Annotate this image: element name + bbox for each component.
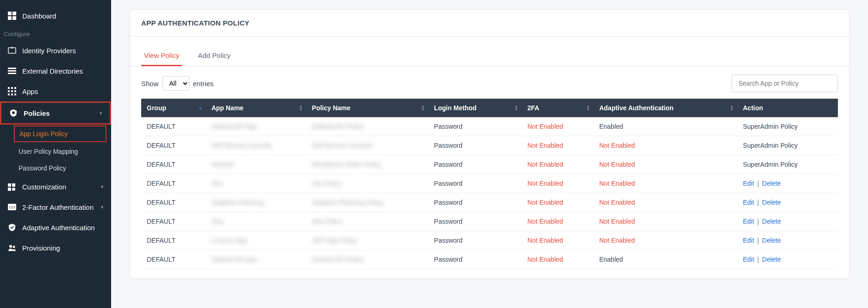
col-policy-name[interactable]: Policy Name ▲▼ (306, 99, 429, 117)
cell-login-method: Password (429, 174, 522, 193)
cell-group: DEFAULT (141, 174, 206, 193)
sidebar-subitem-password-policy[interactable]: Password Policy (0, 160, 111, 176)
sidebar-item-label: Policies (24, 109, 50, 117)
col-group[interactable]: Group ▲ (141, 99, 206, 117)
cell-adaptive: Enabled (593, 117, 737, 136)
cell-2fa: Not Enabled (522, 174, 593, 193)
sidebar-item-label: Provisioning (22, 244, 60, 252)
cell-action: SuperAdmin Policy (737, 155, 838, 174)
users-icon (7, 243, 17, 252)
shield-check-icon (7, 223, 17, 232)
table-row: DEFAULTIntranetWordpress SAML PolicyPass… (141, 155, 838, 174)
cell-action: Edit | Delete (737, 231, 838, 250)
cell-2fa: Not Enabled (522, 231, 593, 250)
cell-policy-name: Adaptive Planning Policy (306, 193, 429, 212)
cell-login-method: Password (429, 117, 522, 136)
cell-adaptive: Not Enabled (593, 231, 737, 250)
sidebar-subitem-user-policy-mapping[interactable]: User Policy Mapping (0, 143, 111, 160)
cell-action: Edit | Delete (737, 212, 838, 231)
cell-action: SuperAdmin Policy (737, 136, 838, 155)
cell-adaptive: Not Enabled (593, 155, 737, 174)
tab-view-policy[interactable]: View Policy (141, 48, 182, 66)
sidebar-item-identity-providers[interactable]: Identity Providers (0, 40, 111, 61)
cell-app-name: Self Service Console (206, 136, 306, 155)
sidebar-item-label: 2-Factor Authentication (22, 203, 94, 211)
show-label: Show (141, 80, 159, 88)
cell-app-name: Adaptive Planning (206, 193, 306, 212)
cell-login-method: Password (429, 212, 522, 231)
cell-adaptive: Enabled (593, 250, 737, 269)
tab-add-policy[interactable]: Add Policy (195, 48, 233, 66)
cell-action: SuperAdmin Policy (737, 117, 838, 136)
cell-login-method: Password (429, 193, 522, 212)
cell-policy-name: Jira Policy (306, 174, 429, 193)
cell-group: DEFAULT (141, 117, 206, 136)
delete-link[interactable]: Delete (762, 218, 781, 225)
main-content: APP AUTHENTICATION POLICY View Policy Ad… (111, 0, 868, 308)
col-login-method[interactable]: Login Method ▲▼ (429, 99, 522, 117)
col-app-name[interactable]: App Name ▲▼ (206, 99, 306, 117)
delete-link[interactable]: Delete (762, 237, 781, 244)
sidebar-item-apps[interactable]: Apps (0, 81, 111, 101)
svg-rect-2 (8, 16, 12, 20)
cell-login-method: Password (429, 250, 522, 269)
cell-policy-name: Default API Policy (306, 117, 429, 136)
sidebar-item-label: External Directories (22, 67, 83, 75)
chevron-down-icon: ▾ (101, 204, 104, 210)
sort-icon: ▲▼ (299, 105, 303, 111)
cell-adaptive: Not Enabled (593, 212, 737, 231)
cell-app-name: Default API App (206, 117, 306, 136)
col-action: Action (737, 99, 838, 117)
sort-icon: ▲▼ (587, 105, 590, 111)
cell-policy-name: Aha Policy (306, 212, 429, 231)
svg-point-26 (13, 246, 15, 248)
table-row: DEFAULTAdaptive PlanningAdaptive Plannin… (141, 193, 838, 212)
svg-rect-12 (8, 90, 10, 92)
sidebar-item-2fa[interactable]: 123 2-Factor Authentication ▾ (0, 197, 111, 217)
sidebar-item-label: Adaptive Authentication (22, 224, 95, 232)
sidebar-subitem-app-login-policy[interactable]: App Login Policy (14, 126, 106, 142)
svg-rect-9 (8, 87, 10, 89)
svg-rect-7 (8, 70, 16, 72)
svg-rect-21 (8, 188, 11, 191)
sidebar-subitem-label: App Login Policy (19, 130, 68, 138)
shield-icon (9, 108, 18, 118)
delete-link[interactable]: Delete (762, 199, 781, 206)
search-input[interactable] (731, 75, 838, 92)
col-2fa[interactable]: 2FA ▲▼ (522, 99, 593, 117)
apps-grid-icon (7, 87, 17, 96)
cell-group: DEFAULT (141, 155, 206, 174)
delete-link[interactable]: Delete (762, 256, 781, 263)
chevron-down-icon: ▾ (100, 110, 102, 116)
sort-icon: ▲▼ (421, 105, 425, 111)
sidebar-item-policies[interactable]: Policies ▾ (0, 101, 111, 125)
show-entries: Show All entries (141, 76, 214, 91)
svg-text:123: 123 (9, 205, 15, 209)
edit-link[interactable]: Edit (743, 199, 754, 206)
puzzle-icon (7, 182, 17, 191)
svg-rect-10 (11, 87, 13, 89)
sidebar-item-external-directories[interactable]: External Directories (0, 61, 111, 81)
svg-rect-19 (8, 183, 11, 187)
search-box (731, 75, 838, 92)
edit-link[interactable]: Edit (743, 256, 754, 263)
cell-group: DEFAULT (141, 250, 206, 269)
sidebar-item-provisioning[interactable]: Provisioning (0, 238, 111, 258)
cell-policy-name: Self Service Console (306, 136, 429, 155)
svg-rect-0 (8, 12, 12, 15)
svg-rect-6 (8, 68, 16, 69)
table-row: DEFAULTAhaAha PolicyPasswordNot EnabledN… (141, 212, 838, 231)
col-adaptive[interactable]: Adaptive Authentication ▲▼ (593, 99, 737, 117)
sidebar-section-configure: Configure (0, 26, 111, 40)
svg-rect-5 (12, 47, 12, 49)
edit-link[interactable]: Edit (743, 218, 754, 225)
sidebar-item-customization[interactable]: Customization ▾ (0, 176, 111, 197)
sidebar-item-dashboard[interactable]: Dashboard (0, 6, 111, 26)
edit-link[interactable]: Edit (743, 237, 754, 244)
sidebar-item-adaptive-auth[interactable]: Adaptive Authentication (0, 217, 111, 238)
cell-app-name: Default API App (206, 250, 306, 269)
edit-link[interactable]: Edit (743, 180, 754, 187)
delete-link[interactable]: Delete (762, 180, 781, 187)
svg-rect-3 (12, 16, 16, 20)
entries-select[interactable]: All (162, 76, 189, 91)
